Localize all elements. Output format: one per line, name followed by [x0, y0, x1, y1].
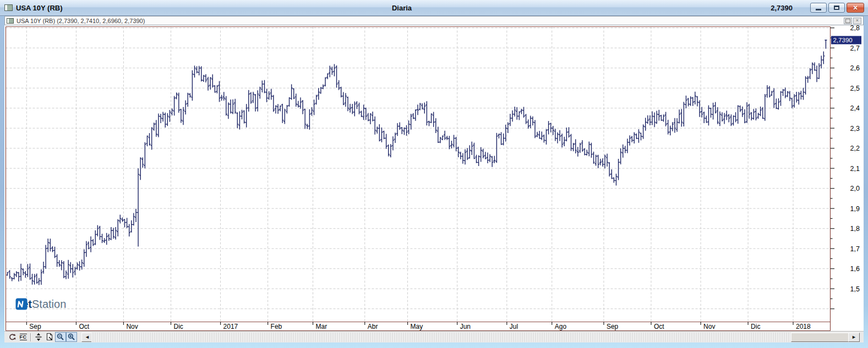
svg-text:Dic: Dic [173, 323, 183, 330]
panel-maximize-icon [845, 19, 850, 23]
svg-text:Oct: Oct [79, 323, 89, 330]
fit-vertical-button[interactable] [33, 332, 44, 342]
svg-text:2,6: 2,6 [850, 64, 860, 72]
minimize-icon [816, 9, 821, 10]
svg-text:2,7: 2,7 [850, 45, 860, 52]
y-axis[interactable]: 2,82,72,62,52,42,32,22,12,01,91,81,71,61… [831, 25, 860, 309]
toolbar-separator [30, 333, 31, 341]
fc-icon: FC [20, 334, 27, 340]
svg-text:2,4: 2,4 [850, 104, 860, 112]
svg-text:Oct: Oct [654, 323, 664, 330]
panel-maximize-button[interactable] [844, 18, 852, 24]
zoom-out-icon [56, 333, 65, 341]
svg-text:2,3: 2,3 [850, 125, 860, 132]
zoom-page-icon [45, 333, 54, 341]
panel-close-icon: × [856, 18, 859, 23]
svg-text:2,7390: 2,7390 [833, 37, 853, 43]
quote-bar: USA 10Y (RB) (2,7390, 2,7410, 2,6960, 2,… [4, 16, 864, 25]
minimize-button[interactable] [810, 3, 827, 13]
last-price-label: 2,7390 [831, 36, 861, 44]
netstation-logo-icon [15, 298, 28, 310]
svg-text:Sep: Sep [29, 323, 41, 330]
svg-text:2018: 2018 [796, 323, 811, 330]
svg-text:Sep: Sep [607, 323, 619, 330]
svg-text:Abr: Abr [368, 323, 378, 330]
svg-text:Feb: Feb [271, 323, 282, 330]
fit-vertical-icon [34, 333, 43, 341]
zoom-page-button[interactable] [44, 332, 55, 342]
svg-text:Jun: Jun [460, 323, 471, 330]
logo-station-text: Station [32, 298, 66, 310]
svg-text:1,7: 1,7 [850, 245, 860, 253]
svg-text:May: May [411, 323, 423, 330]
zoom-in-icon [67, 333, 76, 341]
panel-close-button[interactable]: × [853, 18, 861, 24]
scrollbar-track[interactable] [91, 333, 851, 342]
svg-text:Ago: Ago [555, 323, 567, 330]
ohlc-bars [6, 40, 827, 285]
maximize-button[interactable] [828, 3, 845, 13]
zoom-in-button[interactable] [66, 332, 77, 342]
scrollbar-thumb[interactable] [791, 333, 850, 342]
close-button[interactable]: × [847, 3, 864, 13]
svg-text:Nov: Nov [703, 323, 715, 330]
svg-text:2,8: 2,8 [850, 25, 860, 32]
titlebar-last-price: 2,7390 [771, 4, 793, 12]
timeframe-label: Diaria [0, 4, 804, 12]
zoom-out-button[interactable] [55, 332, 66, 342]
x-axis[interactable]: SepOctNovDic2017FebMarAbrMayJunJulAgoSep… [26, 322, 811, 331]
price-chart[interactable]: 2,82,72,62,52,42,32,22,12,01,91,81,71,61… [4, 25, 864, 331]
svg-text:Nov: Nov [126, 323, 138, 330]
svg-text:Jul: Jul [510, 323, 518, 330]
svg-text:2,2: 2,2 [850, 145, 860, 152]
window-controls: × [810, 3, 864, 13]
maximize-icon [834, 5, 839, 10]
svg-text:1,6: 1,6 [850, 265, 860, 273]
fc-button[interactable]: FC [18, 332, 29, 342]
svg-text:Mar: Mar [316, 323, 327, 330]
svg-text:Dic: Dic [751, 323, 760, 330]
close-icon: × [853, 4, 858, 12]
window-titlebar[interactable]: USA 10Y (RB) Diaria 2,7390 × [0, 0, 868, 16]
netstation-logo: netStation [15, 298, 66, 311]
chart-properties-icon [8, 333, 17, 341]
quote-ohlc-text: USA 10Y (RB) (2,7390, 2,7410, 2,6960, 2,… [17, 18, 145, 24]
svg-text:2,0: 2,0 [850, 185, 860, 192]
bottom-bar: FC [4, 331, 864, 343]
svg-text:1,5: 1,5 [850, 285, 860, 293]
instrument-icon [7, 18, 14, 24]
chart-panel: 2,82,72,62,52,42,32,22,12,01,91,81,71,61… [4, 25, 864, 331]
scroll-right-button[interactable]: ► [848, 333, 860, 342]
chart-frame [6, 27, 831, 331]
svg-text:2,1: 2,1 [850, 165, 860, 173]
svg-text:2017: 2017 [223, 323, 238, 330]
svg-text:1,8: 1,8 [850, 225, 860, 233]
svg-text:2,5: 2,5 [850, 85, 860, 92]
chart-properties-button[interactable] [7, 332, 18, 342]
gridlines [6, 27, 831, 322]
svg-text:1,9: 1,9 [850, 205, 860, 213]
netstation-window: { "window": { "title": "USA 10Y (RB)", "… [0, 0, 868, 348]
